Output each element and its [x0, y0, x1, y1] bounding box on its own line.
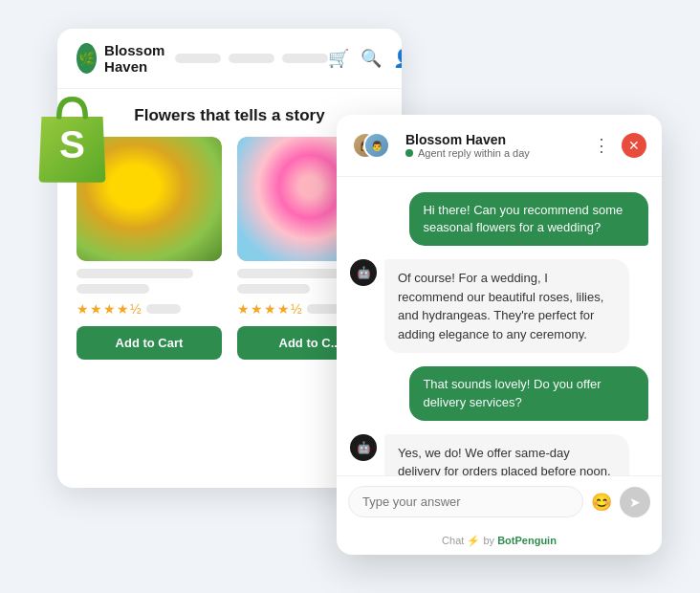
- nav-pill-1: [175, 54, 221, 63]
- chat-widget: 👩 👨 Blossom Haven Agent reply within a d…: [337, 115, 662, 555]
- bot-message-row-2: 🤖 Yes, we do! We offer same-day delivery…: [350, 434, 648, 475]
- bot-message-row-1: 🤖 Of course! For a wedding, I recommend …: [350, 259, 648, 353]
- shopify-logo: S: [27, 86, 118, 191]
- chat-input[interactable]: [348, 486, 583, 517]
- nav-pill-3: [282, 54, 328, 63]
- user-message-1: Hi there! Can you recommend some seasona…: [409, 192, 648, 246]
- stars-display-1: ★★★★½: [77, 301, 142, 317]
- status-indicator: [405, 149, 413, 157]
- chat-header-actions: ⋮ ✕: [589, 131, 646, 160]
- send-button[interactable]: ➤: [620, 487, 650, 517]
- bot-avatar-2: 🤖: [350, 434, 377, 461]
- bot-message-1: Of course! For a wedding, I recommend ou…: [384, 259, 629, 353]
- cart-icon[interactable]: 🛒: [328, 48, 349, 69]
- logo-icon: 🌿: [77, 43, 97, 74]
- product-info-1: ★★★★½ Add to Cart: [77, 261, 222, 367]
- footer-brand: BotPenguin: [497, 535, 557, 546]
- chat-header: 👩 👨 Blossom Haven Agent reply within a d…: [337, 115, 662, 177]
- agent-avatar-2: 👨: [363, 132, 390, 159]
- bot-avatar-1: 🤖: [350, 259, 377, 286]
- footer-by: by: [483, 535, 497, 546]
- ecom-logo: 🌿 Blossom Haven: [77, 42, 175, 75]
- product-price-bar-2: [237, 284, 310, 294]
- ecom-header: 🌿 Blossom Haven 🛒 🔍 👤: [57, 29, 402, 89]
- search-icon[interactable]: 🔍: [361, 48, 382, 69]
- nav-pill-2: [229, 54, 274, 63]
- product-name-bar-1: [77, 269, 193, 278]
- status-text: Agent reply within a day: [418, 147, 530, 159]
- nav-pills: [175, 54, 328, 63]
- add-to-cart-button-1[interactable]: Add to Cart: [77, 326, 222, 360]
- chat-brand-name: Blossom Haven: [405, 132, 580, 147]
- lightning-icon: ⚡: [467, 535, 483, 546]
- chat-avatars: 👩 👨: [352, 128, 396, 163]
- stars-display-2: ★★★★½: [237, 301, 303, 317]
- chat-header-info: Blossom Haven Agent reply within a day: [405, 132, 580, 159]
- emoji-button[interactable]: 😊: [591, 492, 612, 513]
- user-message-2: That sounds lovely! Do you offer deliver…: [409, 366, 648, 420]
- close-chat-button[interactable]: ✕: [622, 133, 646, 158]
- stars-bar-1: [146, 304, 181, 314]
- product-price-bar-1: [77, 284, 149, 294]
- product-stars-1: ★★★★½: [77, 301, 222, 317]
- chat-input-area: 😊 ➤: [337, 475, 662, 527]
- svg-text:S: S: [59, 122, 85, 166]
- chat-footer: Chat ⚡ by BotPenguin: [337, 527, 662, 555]
- brand-name: Blossom Haven: [104, 42, 175, 75]
- account-icon[interactable]: 👤: [393, 48, 402, 69]
- footer-text: Chat: [442, 535, 464, 546]
- header-icons: 🛒 🔍 👤: [328, 48, 402, 69]
- chat-status: Agent reply within a day: [405, 147, 580, 159]
- chat-messages: Hi there! Can you recommend some seasona…: [337, 177, 662, 475]
- more-options-button[interactable]: ⋮: [589, 131, 614, 160]
- bot-message-2: Yes, we do! We offer same-day delivery f…: [384, 434, 629, 475]
